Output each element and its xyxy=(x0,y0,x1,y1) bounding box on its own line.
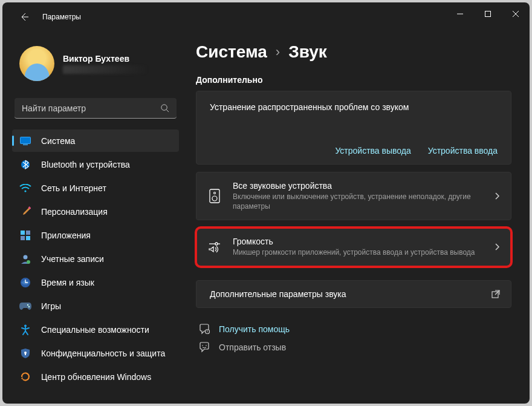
nav-item-system[interactable]: Система xyxy=(12,129,179,152)
nav-label: Учетные записи xyxy=(41,254,104,264)
settings-window: Параметры Виктор Бухтеев xyxy=(2,2,530,404)
sidebar: Виктор Бухтеев СистемаBluetooth и устрой… xyxy=(2,31,189,404)
nav-label: Время и язык xyxy=(41,278,94,287)
volume-title: Громкость xyxy=(233,237,483,246)
search-icon xyxy=(160,103,169,113)
get-help-link[interactable]: Получить помощь xyxy=(219,324,290,334)
nav-item-time[interactable]: Время и язык xyxy=(12,271,179,293)
breadcrumb-separator: › xyxy=(276,44,280,60)
open-external-icon xyxy=(491,290,500,298)
svg-text:?: ? xyxy=(207,330,209,333)
window-title: Параметры xyxy=(42,13,81,21)
nav-label: Bluetooth и устройства xyxy=(41,160,130,169)
svg-rect-12 xyxy=(26,236,30,240)
nav-label: Конфиденциальность и защита xyxy=(41,349,165,358)
svg-rect-20 xyxy=(25,353,26,355)
svg-point-2 xyxy=(161,105,167,110)
svg-point-17 xyxy=(28,306,30,307)
nav-item-bluetooth[interactable]: Bluetooth и устройства xyxy=(12,153,179,175)
nav-label: Приложения xyxy=(41,231,91,240)
back-button[interactable] xyxy=(13,6,35,28)
nav-item-accounts[interactable]: Учетные записи xyxy=(12,247,179,270)
svg-point-13 xyxy=(24,255,28,259)
wifi-icon xyxy=(19,182,31,194)
svg-point-23 xyxy=(212,196,217,201)
accounts-icon xyxy=(19,253,31,265)
all-devices-tile[interactable]: Все звуковые устройства Включение или вы… xyxy=(196,172,511,220)
nav-label: Игры xyxy=(41,301,61,311)
svg-point-22 xyxy=(214,192,216,194)
svg-rect-10 xyxy=(26,231,30,235)
more-sound-title: Дополнительные параметры звука xyxy=(210,289,481,299)
svg-rect-11 xyxy=(21,236,25,240)
svg-point-30 xyxy=(206,345,207,346)
speaker-device-icon xyxy=(207,189,222,203)
svg-point-25 xyxy=(215,243,218,245)
all-devices-subtitle: Включение или выключение устройств, устр… xyxy=(233,192,483,211)
breadcrumb: Система › Звук xyxy=(196,42,511,62)
footer-links: ? Получить помощь Отправить отзыв xyxy=(196,320,511,356)
close-button[interactable] xyxy=(502,4,530,24)
svg-rect-1 xyxy=(485,11,491,17)
svg-point-14 xyxy=(27,260,30,264)
all-devices-title: Все звуковые устройства xyxy=(233,181,483,191)
nav-item-apps[interactable]: Приложения xyxy=(12,224,179,246)
nav-label: Центр обновления Windows xyxy=(41,372,151,382)
svg-rect-9 xyxy=(21,231,25,235)
close-icon xyxy=(513,11,519,17)
svg-line-3 xyxy=(166,110,169,112)
privacy-icon xyxy=(19,347,31,359)
nav-item-update[interactable]: Центр обновления Windows xyxy=(12,365,179,388)
troubleshoot-title: Устранение распространенных проблем со з… xyxy=(210,102,498,112)
help-icon: ? xyxy=(198,324,210,335)
volume-subtitle: Микшер громкости приложений, устройства … xyxy=(233,247,483,257)
troubleshoot-input-link[interactable]: Устройства ввода xyxy=(428,146,498,156)
avatar xyxy=(19,46,54,81)
nav-label: Система xyxy=(41,136,75,146)
nav-item-accessibility[interactable]: Специальные возможности xyxy=(12,318,179,341)
system-icon xyxy=(19,135,31,147)
troubleshoot-card: Устранение распространенных проблем со з… xyxy=(196,91,511,165)
nav-item-brush[interactable]: Персонализация xyxy=(12,200,179,223)
feedback-link[interactable]: Отправить отзыв xyxy=(219,342,286,352)
accessibility-icon xyxy=(19,324,31,336)
chevron-right-icon xyxy=(494,243,500,251)
brush-icon xyxy=(19,206,31,218)
feedback-row[interactable]: Отправить отзыв xyxy=(196,338,511,356)
chevron-right-icon xyxy=(494,192,500,200)
gaming-icon xyxy=(19,300,31,312)
section-advanced: Дополнительно xyxy=(196,75,511,85)
troubleshoot-output-link[interactable]: Устройства вывода xyxy=(335,146,410,156)
search-box[interactable] xyxy=(15,98,177,119)
svg-rect-5 xyxy=(23,144,28,145)
nav-item-privacy[interactable]: Конфиденциальность и защита xyxy=(12,342,179,364)
svg-point-7 xyxy=(24,190,26,192)
svg-rect-4 xyxy=(21,137,31,143)
get-help-row[interactable]: ? Получить помощь xyxy=(196,320,511,338)
nav-list: СистемаBluetooth и устройстваСеть и Инте… xyxy=(10,129,181,389)
mixer-icon xyxy=(207,240,222,254)
maximize-button[interactable] xyxy=(474,4,502,24)
nav-label: Персонализация xyxy=(41,207,108,217)
apps-icon xyxy=(19,229,31,241)
minimize-button[interactable] xyxy=(446,4,474,24)
bluetooth-icon xyxy=(19,159,31,171)
time-icon xyxy=(19,277,31,289)
nav-label: Сеть и Интернет xyxy=(41,183,106,193)
svg-point-18 xyxy=(24,324,27,327)
profile-name: Виктор Бухтеев xyxy=(63,54,148,64)
nav-item-gaming[interactable]: Игры xyxy=(12,295,179,317)
profile-block[interactable]: Виктор Бухтеев xyxy=(10,31,181,87)
titlebar: Параметры xyxy=(2,2,530,31)
nav-item-wifi[interactable]: Сеть и Интернет xyxy=(12,177,179,199)
content-area: Система › Звук Дополнительно Устранение … xyxy=(189,31,530,404)
maximize-icon xyxy=(485,11,491,17)
update-icon xyxy=(19,371,31,383)
breadcrumb-parent[interactable]: Система xyxy=(196,42,267,62)
search-input[interactable] xyxy=(22,103,160,113)
more-sound-settings-tile[interactable]: Дополнительные параметры звука xyxy=(196,280,511,308)
volume-mixer-tile[interactable]: Громкость Микшер громкости приложений, у… xyxy=(196,228,511,266)
back-arrow-icon xyxy=(19,12,29,22)
breadcrumb-current: Звук xyxy=(288,42,327,62)
svg-point-16 xyxy=(27,304,28,305)
